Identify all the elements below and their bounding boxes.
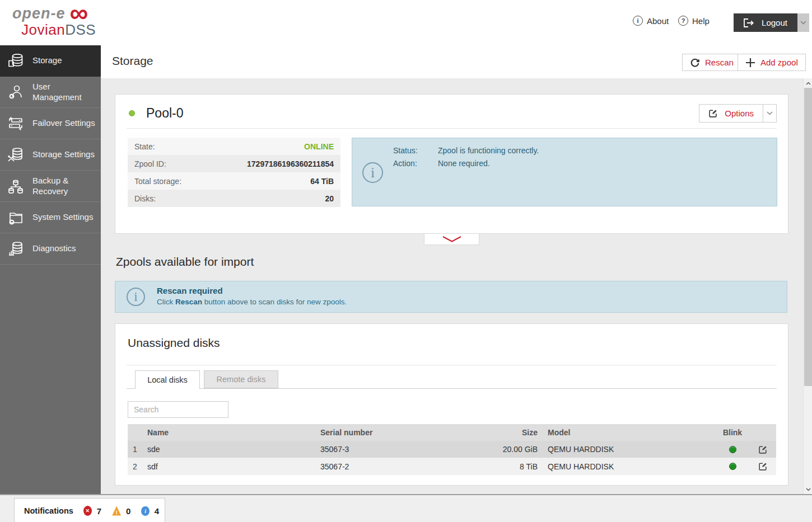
sidebar-item-diagnostics[interactable]: Diagnostics [0,233,101,265]
disk-serial: 35067-3 [320,445,486,454]
folder-gear-icon [6,209,26,227]
chevron-down-icon [806,488,811,491]
about-label: About [647,16,669,26]
disk-size: 8 TiB [486,462,538,471]
tab-remote-disks[interactable]: Remote disks [204,370,278,388]
logo-dss-text: DSS [65,21,96,38]
help-icon: ? [678,16,688,26]
logout-button[interactable]: Logout [734,13,797,32]
plus-icon [745,58,755,68]
sidebar-item-backup-recovery[interactable]: Backup & Recovery [0,171,101,202]
logout-label: Logout [762,18,787,27]
notifications-label: Notifications [24,506,73,515]
rescan-required-infobox: i Rescan required Click Rescan button ab… [115,281,787,313]
chevron-down-icon [800,21,806,25]
pool-status-row: Status: Zpool is functioning correctly. [393,146,539,155]
logout-icon [744,18,754,27]
logo-jovian-text: Jovian [21,21,65,38]
sidebar-item-label: Failover Settings [32,118,95,129]
disk-size: 20.00 GiB [486,445,538,454]
pool-expand-toggle[interactable] [424,234,479,245]
disk-search-input[interactable] [128,401,228,418]
pool-status-dot [129,110,135,116]
pool-disks-value: 20 [325,194,334,203]
table-row: 1 sde 35067-3 20.00 GiB QEMU HARDDISK [128,441,776,458]
unassigned-disks-card: Unassigned disks Local disks Remote disk… [115,323,788,486]
sidebar-item-label: Diagnostics [32,243,76,254]
sidebar-item-label: Storage Settings [32,149,95,160]
sidebar-item-user-management[interactable]: User Management [0,77,101,108]
sidebar-item-storage[interactable]: Storage [0,45,101,77]
disk-edit-button[interactable] [758,444,768,454]
about-link[interactable]: i About [633,16,669,26]
pool-card: Pool-0 Options State: ONLINE Zpool ID: [115,94,788,234]
sidebar-item-label: System Settings [32,212,93,223]
pool-state-value: ONLINE [304,142,334,151]
rescan-label: Rescan [705,58,734,67]
notifications-panel[interactable]: Notifications ✕ 7 ! 0 i 4 [14,498,165,522]
rescan-icon [690,58,700,68]
import-section-title: Zpools available for import [116,255,254,269]
blink-indicator[interactable] [729,446,736,453]
open-e-joviandss-logo: open-e ∞ JovianDSS [12,5,96,40]
sidebar-item-label: User Management [32,82,96,103]
logo-open-e-text: open-e [12,5,66,22]
disk-model: QEMU HARDDISK [548,462,716,471]
disk-name: sde [147,445,320,454]
diagnostics-chart-icon [6,240,26,258]
chevron-down-icon [442,236,461,242]
disk-model: QEMU HARDDISK [548,445,716,454]
failover-servers-icon [6,115,26,133]
edit-icon [708,109,718,118]
sidebar-item-storage-settings[interactable]: Storage Settings [0,139,101,171]
sidebar-item-failover-settings[interactable]: Failover Settings [0,108,101,139]
unassigned-disks-title: Unassigned disks [128,336,220,350]
page-title: Storage [112,54,153,68]
backup-disks-icon [6,177,26,195]
warning-count: 0 [126,506,130,516]
help-link[interactable]: ? Help [678,16,710,26]
help-label: Help [692,16,710,26]
warning-badge-icon: ! [112,506,121,516]
sidebar-item-label: Backup & Recovery [32,176,96,197]
about-icon: i [633,16,643,26]
storage-tools-icon [6,146,26,164]
pool-property-state: State: ONLINE [128,138,340,155]
info-icon: i [127,288,145,306]
divider [127,365,777,365]
rescan-button[interactable]: Rescan [682,54,741,71]
pool-options-button[interactable]: Options [699,104,763,123]
pool-properties-table: State: ONLINE Zpool ID: 1729718619636021… [128,138,340,207]
vertical-scrollbar[interactable] [803,78,812,494]
disk-edit-button[interactable] [758,462,768,472]
rescan-required-title: Rescan required [157,286,347,295]
bottom-bar: Notifications ✕ 7 ! 0 i 4 [0,494,812,522]
pool-options-dropdown-toggle[interactable] [763,104,777,123]
pool-action-text: None required. [438,159,490,168]
disk-serial: 35067-2 [320,462,486,471]
sidebar-item-label: Storage [32,55,62,66]
add-zpool-label: Add zpool [760,58,798,67]
rescan-required-body: Click Rescan button above to scan disks … [157,298,347,306]
error-badge-icon: ✕ [83,506,92,516]
row-index: 1 [128,445,147,454]
scrollbar-thumb[interactable] [804,88,812,386]
pool-property-total-storage: Total storage: 64 TiB [128,172,340,190]
add-zpool-button[interactable]: Add zpool [738,54,806,71]
scroll-up-button[interactable] [804,78,812,88]
tab-local-disks[interactable]: Local disks [135,370,200,389]
page-header: Storage Rescan Add zpool [101,45,812,78]
disks-table: Name Serial number Size Model Blink 1 sd… [128,424,776,475]
error-count: 7 [97,506,101,516]
pool-action-row: Action: None required. [393,159,539,168]
info-icon: i [362,162,383,183]
chevron-up-icon [806,82,811,85]
top-bar: open-e ∞ JovianDSS i About ? Help Logout [0,0,812,45]
scroll-down-button[interactable] [804,485,812,494]
logout-dropdown-toggle[interactable] [797,13,809,32]
blink-indicator[interactable] [729,463,736,470]
pool-status-text: Zpool is functioning correctly. [438,146,539,155]
joviandss-app: open-e ∞ JovianDSS i About ? Help Logout [0,0,812,522]
sidebar-item-system-settings[interactable]: System Settings [0,202,101,233]
edit-icon [758,462,768,471]
